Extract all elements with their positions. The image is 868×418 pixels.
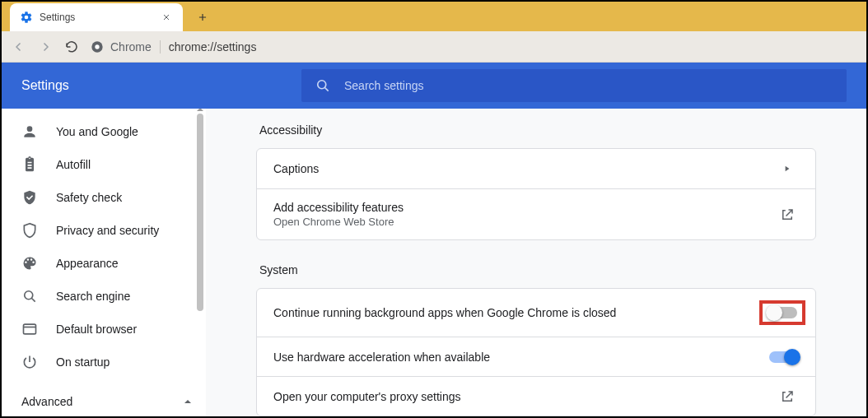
palette-icon	[21, 255, 38, 272]
shield-icon	[21, 222, 38, 239]
sidebar-item-label: Autofill	[56, 158, 91, 171]
url-text: chrome://settings	[169, 40, 257, 53]
sidebar-item-label: Search engine	[56, 290, 130, 303]
chrome-icon	[91, 40, 104, 53]
settings-sidebar: You and Google Autofill Safety check Pri…	[2, 109, 206, 416]
close-tab-button[interactable]	[160, 11, 173, 24]
svg-point-3	[25, 291, 33, 300]
row-label: Use hardware acceleration when available	[273, 351, 769, 364]
section-title-accessibility: Accessibility	[256, 123, 816, 137]
sidebar-item-label: Default browser	[56, 323, 137, 336]
chevron-up-icon	[184, 395, 192, 408]
omnibox[interactable]: Chrome chrome://settings	[91, 40, 256, 53]
browser-icon	[21, 321, 38, 337]
search-icon	[315, 77, 331, 94]
row-label: Open your computer's proxy settings	[273, 390, 776, 403]
forward-button[interactable]	[38, 39, 53, 54]
sidebar-item-autofill[interactable]: Autofill	[2, 148, 205, 181]
svg-rect-4	[24, 324, 36, 334]
highlight-annotation	[759, 300, 805, 325]
toggle-background-apps[interactable]	[768, 307, 797, 318]
sidebar-item-label: On startup	[56, 355, 110, 369]
sidebar-item-appearance[interactable]: Appearance	[2, 247, 205, 280]
clipboard-icon	[21, 156, 38, 173]
row-label: Captions	[273, 162, 776, 175]
page-header: Settings	[2, 63, 866, 109]
arrow-right-icon	[38, 39, 53, 54]
sidebar-item-on-startup[interactable]: On startup	[2, 346, 205, 379]
sidebar-item-you-and-google[interactable]: You and Google	[2, 115, 205, 148]
scrollbar-thumb[interactable]	[197, 114, 203, 311]
settings-search[interactable]	[301, 69, 847, 102]
row-proxy-settings[interactable]: Open your computer's proxy settings	[257, 376, 815, 416]
back-button[interactable]	[12, 39, 26, 54]
row-sublabel: Open Chrome Web Store	[273, 216, 776, 228]
search-input[interactable]	[343, 78, 833, 93]
sidebar-item-label: Safety check	[56, 191, 122, 204]
search-icon	[21, 288, 38, 304]
shield-check-icon	[21, 189, 38, 206]
system-card: Continue running background apps when Go…	[256, 288, 816, 416]
row-background-apps: Continue running background apps when Go…	[257, 289, 815, 337]
toggle-hardware-acceleration[interactable]	[769, 351, 799, 363]
tab-title: Settings	[40, 12, 160, 23]
sidebar-item-default-browser[interactable]: Default browser	[2, 313, 205, 346]
sidebar-item-privacy[interactable]: Privacy and security	[2, 214, 205, 247]
page-title: Settings	[21, 78, 301, 93]
arrow-left-icon	[12, 39, 26, 54]
site-label: Chrome	[110, 40, 152, 53]
address-bar: Chrome chrome://settings	[2, 31, 866, 63]
sidebar-item-label: You and Google	[56, 125, 138, 138]
chevron-right-icon	[776, 165, 799, 173]
reload-button[interactable]	[64, 39, 79, 54]
browser-tab-strip: Settings	[2, 2, 866, 31]
section-title-system: System	[256, 263, 816, 276]
sidebar-advanced-toggle[interactable]: Advanced	[2, 385, 205, 416]
plus-icon	[197, 12, 208, 23]
open-external-icon	[776, 207, 799, 222]
reload-icon	[64, 39, 79, 54]
svg-point-2	[318, 81, 326, 89]
advanced-label: Advanced	[21, 395, 72, 408]
row-captions[interactable]: Captions	[257, 149, 815, 188]
accessibility-card: Captions Add accessibility features Open…	[256, 148, 816, 240]
row-label: Continue running background apps when Go…	[273, 306, 759, 319]
settings-main: Accessibility Captions Add accessibility…	[206, 109, 866, 416]
gear-icon	[20, 11, 33, 24]
sidebar-item-label: Privacy and security	[56, 224, 159, 237]
sidebar-item-search-engine[interactable]: Search engine	[2, 280, 205, 313]
open-external-icon	[776, 389, 799, 404]
sidebar-item-label: Appearance	[56, 257, 119, 270]
person-icon	[21, 123, 38, 140]
browser-tab[interactable]: Settings	[10, 3, 183, 31]
sidebar-item-safety-check[interactable]: Safety check	[2, 181, 205, 214]
new-tab-button[interactable]	[191, 6, 214, 29]
row-hardware-acceleration: Use hardware acceleration when available	[257, 337, 815, 376]
row-add-accessibility-features[interactable]: Add accessibility features Open Chrome W…	[257, 188, 815, 239]
close-icon	[161, 12, 171, 22]
row-label: Add accessibility features	[273, 201, 776, 214]
power-icon	[21, 354, 38, 370]
svg-point-1	[95, 44, 99, 49]
separator	[160, 40, 161, 53]
